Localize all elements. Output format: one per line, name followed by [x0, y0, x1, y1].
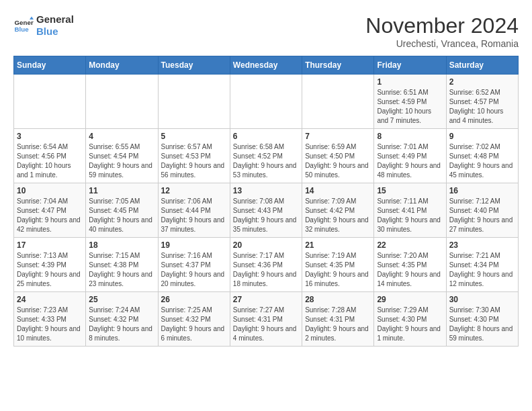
weekday-header-friday: Friday — [374, 56, 446, 75]
calendar-day-cell: 13Sunrise: 7:08 AM Sunset: 4:43 PM Dayli… — [230, 183, 302, 238]
day-number: 1 — [377, 77, 443, 87]
day-number: 13 — [233, 186, 299, 195]
calendar-day-cell: 10Sunrise: 7:04 AM Sunset: 4:47 PM Dayli… — [14, 183, 86, 238]
logo: General Blue General Blue — [13, 13, 74, 38]
month-title: November 2024 — [365, 13, 519, 38]
calendar-day-cell: 29Sunrise: 7:29 AM Sunset: 4:30 PM Dayli… — [374, 292, 446, 347]
day-number: 4 — [89, 132, 154, 141]
day-number: 20 — [233, 240, 299, 250]
day-info: Sunrise: 6:52 AM Sunset: 4:57 PM Dayligh… — [449, 88, 515, 126]
weekday-header-row: SundayMondayTuesdayWednesdayThursdayFrid… — [14, 56, 519, 75]
calendar-day-cell: 3Sunrise: 6:54 AM Sunset: 4:56 PM Daylig… — [14, 129, 86, 183]
svg-text:Blue: Blue — [15, 26, 30, 33]
calendar-day-cell: 30Sunrise: 7:30 AM Sunset: 4:30 PM Dayli… — [446, 292, 518, 347]
calendar-day-cell: 14Sunrise: 7:09 AM Sunset: 4:42 PM Dayli… — [302, 183, 374, 238]
calendar-day-cell: 25Sunrise: 7:24 AM Sunset: 4:32 PM Dayli… — [86, 292, 158, 347]
calendar-day-cell: 1Sunrise: 6:51 AM Sunset: 4:59 PM Daylig… — [374, 75, 446, 129]
calendar-body: 1Sunrise: 6:51 AM Sunset: 4:59 PM Daylig… — [14, 75, 519, 347]
calendar-day-cell: 17Sunrise: 7:13 AM Sunset: 4:39 PM Dayli… — [14, 238, 86, 292]
day-number: 10 — [17, 186, 83, 195]
day-info: Sunrise: 7:28 AM Sunset: 4:31 PM Dayligh… — [305, 306, 371, 343]
day-info: Sunrise: 7:23 AM Sunset: 4:33 PM Dayligh… — [17, 306, 83, 343]
weekday-header-thursday: Thursday — [302, 56, 374, 75]
day-number: 12 — [161, 186, 227, 195]
calendar-day-cell: 4Sunrise: 6:55 AM Sunset: 4:54 PM Daylig… — [86, 129, 158, 183]
day-info: Sunrise: 6:58 AM Sunset: 4:52 PM Dayligh… — [233, 142, 299, 180]
logo-icon: General Blue — [13, 15, 34, 36]
day-number: 6 — [233, 132, 299, 141]
day-number: 5 — [161, 132, 227, 141]
day-info: Sunrise: 6:55 AM Sunset: 4:54 PM Dayligh… — [89, 142, 154, 180]
calendar-day-cell: 18Sunrise: 7:15 AM Sunset: 4:38 PM Dayli… — [86, 238, 158, 292]
calendar-day-cell: 5Sunrise: 6:57 AM Sunset: 4:53 PM Daylig… — [158, 129, 230, 183]
day-number: 9 — [449, 132, 515, 141]
day-number: 19 — [161, 240, 227, 250]
day-info: Sunrise: 7:17 AM Sunset: 4:36 PM Dayligh… — [233, 251, 299, 289]
empty-cell — [86, 75, 158, 129]
day-info: Sunrise: 7:20 AM Sunset: 4:35 PM Dayligh… — [377, 251, 443, 289]
day-number: 21 — [305, 240, 371, 250]
day-number: 26 — [161, 295, 227, 304]
calendar-day-cell: 12Sunrise: 7:06 AM Sunset: 4:44 PM Dayli… — [158, 183, 230, 238]
day-info: Sunrise: 7:12 AM Sunset: 4:40 PM Dayligh… — [449, 197, 515, 234]
day-info: Sunrise: 7:25 AM Sunset: 4:32 PM Dayligh… — [161, 306, 227, 343]
day-info: Sunrise: 7:02 AM Sunset: 4:48 PM Dayligh… — [449, 142, 515, 180]
weekday-header-tuesday: Tuesday — [158, 56, 230, 75]
day-number: 3 — [17, 132, 83, 141]
weekday-header-saturday: Saturday — [446, 56, 518, 75]
calendar-day-cell: 23Sunrise: 7:21 AM Sunset: 4:34 PM Dayli… — [446, 238, 518, 292]
empty-cell — [302, 75, 374, 129]
day-number: 24 — [17, 295, 83, 304]
day-number: 2 — [449, 77, 515, 87]
calendar-day-cell: 9Sunrise: 7:02 AM Sunset: 4:48 PM Daylig… — [446, 129, 518, 183]
day-info: Sunrise: 6:59 AM Sunset: 4:50 PM Dayligh… — [305, 142, 371, 180]
calendar-day-cell: 7Sunrise: 6:59 AM Sunset: 4:50 PM Daylig… — [302, 129, 374, 183]
calendar-day-cell: 24Sunrise: 7:23 AM Sunset: 4:33 PM Dayli… — [14, 292, 86, 347]
logo-blue: Blue — [36, 26, 74, 38]
day-number: 27 — [233, 295, 299, 304]
day-info: Sunrise: 7:06 AM Sunset: 4:44 PM Dayligh… — [161, 197, 227, 234]
day-number: 8 — [377, 132, 443, 141]
day-info: Sunrise: 7:19 AM Sunset: 4:35 PM Dayligh… — [305, 251, 371, 289]
day-number: 15 — [377, 186, 443, 195]
day-info: Sunrise: 7:11 AM Sunset: 4:41 PM Dayligh… — [377, 197, 443, 234]
location-subtitle: Urechesti, Vrancea, Romania — [365, 38, 519, 49]
day-info: Sunrise: 7:01 AM Sunset: 4:49 PM Dayligh… — [377, 142, 443, 180]
calendar-day-cell: 6Sunrise: 6:58 AM Sunset: 4:52 PM Daylig… — [230, 129, 302, 183]
day-info: Sunrise: 6:51 AM Sunset: 4:59 PM Dayligh… — [377, 88, 443, 126]
calendar-day-cell: 21Sunrise: 7:19 AM Sunset: 4:35 PM Dayli… — [302, 238, 374, 292]
calendar-day-cell: 22Sunrise: 7:20 AM Sunset: 4:35 PM Dayli… — [374, 238, 446, 292]
calendar-day-cell: 26Sunrise: 7:25 AM Sunset: 4:32 PM Dayli… — [158, 292, 230, 347]
calendar-week-row: 1Sunrise: 6:51 AM Sunset: 4:59 PM Daylig… — [14, 75, 519, 129]
calendar-day-cell: 19Sunrise: 7:16 AM Sunset: 4:37 PM Dayli… — [158, 238, 230, 292]
calendar-week-row: 10Sunrise: 7:04 AM Sunset: 4:47 PM Dayli… — [14, 183, 519, 238]
svg-marker-2 — [30, 17, 34, 20]
calendar-week-row: 17Sunrise: 7:13 AM Sunset: 4:39 PM Dayli… — [14, 238, 519, 292]
day-number: 22 — [377, 240, 443, 250]
weekday-header-sunday: Sunday — [14, 56, 86, 75]
day-number: 7 — [305, 132, 371, 141]
header: General Blue General Blue November 2024 … — [13, 13, 519, 49]
calendar-day-cell: 20Sunrise: 7:17 AM Sunset: 4:36 PM Dayli… — [230, 238, 302, 292]
day-info: Sunrise: 7:30 AM Sunset: 4:30 PM Dayligh… — [449, 306, 515, 343]
day-number: 30 — [449, 295, 515, 304]
day-info: Sunrise: 6:57 AM Sunset: 4:53 PM Dayligh… — [161, 142, 227, 180]
day-info: Sunrise: 7:27 AM Sunset: 4:31 PM Dayligh… — [233, 306, 299, 343]
day-number: 25 — [89, 295, 154, 304]
empty-cell — [14, 75, 86, 129]
day-info: Sunrise: 7:13 AM Sunset: 4:39 PM Dayligh… — [17, 251, 83, 289]
calendar-day-cell: 16Sunrise: 7:12 AM Sunset: 4:40 PM Dayli… — [446, 183, 518, 238]
calendar-day-cell: 27Sunrise: 7:27 AM Sunset: 4:31 PM Dayli… — [230, 292, 302, 347]
day-info: Sunrise: 6:54 AM Sunset: 4:56 PM Dayligh… — [17, 142, 83, 180]
day-number: 14 — [305, 186, 371, 195]
calendar-day-cell: 15Sunrise: 7:11 AM Sunset: 4:41 PM Dayli… — [374, 183, 446, 238]
day-info: Sunrise: 7:29 AM Sunset: 4:30 PM Dayligh… — [377, 306, 443, 343]
day-info: Sunrise: 7:16 AM Sunset: 4:37 PM Dayligh… — [161, 251, 227, 289]
empty-cell — [230, 75, 302, 129]
day-number: 28 — [305, 295, 371, 304]
calendar-day-cell: 2Sunrise: 6:52 AM Sunset: 4:57 PM Daylig… — [446, 75, 518, 129]
day-number: 23 — [449, 240, 515, 250]
svg-text:General: General — [15, 19, 34, 26]
calendar-day-cell: 8Sunrise: 7:01 AM Sunset: 4:49 PM Daylig… — [374, 129, 446, 183]
calendar-week-row: 24Sunrise: 7:23 AM Sunset: 4:33 PM Dayli… — [14, 292, 519, 347]
